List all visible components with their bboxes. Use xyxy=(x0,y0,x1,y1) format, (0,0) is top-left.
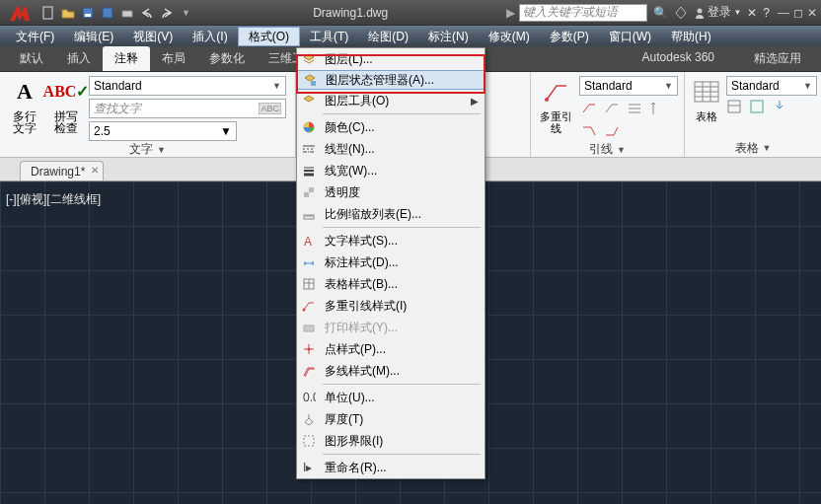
menu-separator xyxy=(323,113,481,114)
plot-icon[interactable] xyxy=(118,4,136,22)
menu-6[interactable]: 绘图(D) xyxy=(358,26,418,47)
menu-item-label: 图形界限(I) xyxy=(325,433,383,450)
saveas-icon[interactable] xyxy=(99,4,116,22)
search-icon[interactable]: 🔍 xyxy=(653,6,668,20)
search-input[interactable]: 键入关键字或短语 xyxy=(519,4,647,22)
table-extract-icon[interactable] xyxy=(749,99,769,118)
menu-item-pointstyle[interactable]: 点样式(P)... xyxy=(297,338,485,360)
menu-item-mleaderstyle[interactable]: 多重引线样式(I) xyxy=(297,295,485,317)
menu-item-units[interactable]: 0.0单位(U)... xyxy=(297,387,485,408)
menu-5[interactable]: 工具(T) xyxy=(300,26,358,47)
leader-remove-icon[interactable] xyxy=(602,99,622,118)
menu-separator xyxy=(323,384,481,385)
layertools-icon xyxy=(301,93,317,108)
ribbon-tab-1[interactable]: 插入 xyxy=(55,46,103,71)
menu-item-lineweight[interactable]: 线宽(W)... xyxy=(297,160,485,181)
text-style-combo[interactable]: Standard▼ xyxy=(89,76,286,96)
ribbon-tab-2[interactable]: 注释 xyxy=(103,46,150,71)
menu-3[interactable]: 插入(I) xyxy=(183,26,237,47)
menu-2[interactable]: 视图(V) xyxy=(123,26,183,47)
help-icon[interactable]: ? xyxy=(763,6,770,20)
menu-item-thickness[interactable]: 厚度(T) xyxy=(297,408,485,430)
menu-item-limits[interactable]: 图形界限(I) xyxy=(297,430,485,452)
window-title: Drawing1.dwg xyxy=(194,6,506,20)
linetype-icon xyxy=(301,141,317,157)
limits-icon xyxy=(301,433,317,449)
app-logo[interactable] xyxy=(4,1,36,25)
find-text-input[interactable]: 查找文字 ABC xyxy=(89,99,286,118)
open-icon[interactable] xyxy=(59,4,77,22)
menu-item-rename[interactable]: I▸重命名(R)... xyxy=(297,457,485,478)
ribbon-tab-0[interactable]: 默认 xyxy=(8,46,55,71)
save-icon[interactable] xyxy=(79,4,97,22)
menu-item-textstyle[interactable]: A文字样式(S)... xyxy=(297,230,485,252)
ribbon-tab-3[interactable]: 布局 xyxy=(150,46,197,71)
minimize-icon[interactable]: — xyxy=(778,6,789,20)
exchange2-icon[interactable]: ✕ xyxy=(747,6,757,20)
svg-rect-13 xyxy=(728,101,740,112)
menu-item-layertools[interactable]: 图层工具(O)▶ xyxy=(297,90,485,111)
menu-0[interactable]: 文件(F) xyxy=(6,26,64,47)
menu-7[interactable]: 标注(N) xyxy=(418,26,479,47)
menu-item-mlinestyle[interactable]: 多线样式(M)... xyxy=(297,360,485,382)
dimstyle-icon xyxy=(301,254,317,270)
panel-table-title[interactable]: 表格▼ xyxy=(691,139,815,157)
viewport-label[interactable]: [-][俯视][二维线框] xyxy=(6,191,101,208)
table-link-icon[interactable] xyxy=(726,99,746,118)
table-style-combo[interactable]: Standard▼ xyxy=(726,76,817,96)
menu-item-label: 图层工具(O) xyxy=(325,93,389,109)
menu-item-label: 透明度 xyxy=(325,184,360,201)
close-icon[interactable]: ✕ xyxy=(91,165,99,176)
table-icon xyxy=(691,76,722,108)
login-button[interactable]: 登录 ▼ xyxy=(694,4,741,21)
menu-8[interactable]: 修改(M) xyxy=(479,26,540,47)
redo-icon[interactable] xyxy=(158,4,176,22)
menu-9[interactable]: 参数(P) xyxy=(540,26,599,47)
menu-item-linetype[interactable]: 线型(N)... xyxy=(297,138,485,160)
maximize-icon[interactable]: ◻ xyxy=(793,6,803,20)
find-icon[interactable]: ABC xyxy=(259,103,281,114)
close-icon[interactable]: ✕ xyxy=(807,6,817,20)
mtext-button[interactable]: A 多行文字 xyxy=(6,76,43,134)
leader-edit-icon[interactable] xyxy=(579,121,599,141)
new-icon[interactable] xyxy=(39,4,57,22)
undo-icon[interactable] xyxy=(138,4,156,22)
svg-rect-26 xyxy=(309,192,314,197)
leader-add-icon[interactable] xyxy=(579,99,599,118)
file-tab[interactable]: Drawing1* ✕ xyxy=(20,161,104,180)
leader-style-combo[interactable]: Standard▼ xyxy=(579,76,678,96)
ribbon-tab-4[interactable]: 参数化 xyxy=(197,46,257,71)
panel-text-title[interactable]: 文字▼ xyxy=(6,141,289,158)
menu-11[interactable]: 帮助(H) xyxy=(661,26,721,47)
menu-10[interactable]: 窗口(W) xyxy=(599,26,661,47)
ribbon-tab-ext-0[interactable]: Autodesk 360 xyxy=(631,46,726,71)
menu-item-tablestyle[interactable]: 表格样式(B)... xyxy=(297,273,485,295)
menu-item-layerstate[interactable]: 图层状态管理器(A)... xyxy=(297,70,485,90)
menu-item-scale[interactable]: 比例缩放列表(E)... xyxy=(297,203,485,225)
menu-item-label: 多重引线样式(I) xyxy=(325,298,407,315)
spellcheck-button[interactable]: ABC✓ 拼写检查 xyxy=(47,76,85,134)
svg-rect-3 xyxy=(103,8,112,18)
menu-item-dimstyle[interactable]: 标注样式(D)... xyxy=(297,252,485,273)
panel-leader-title[interactable]: 引线▼ xyxy=(537,141,678,158)
mleaderstyle-icon xyxy=(301,298,317,314)
quick-access-toolbar: ▼ xyxy=(39,4,194,22)
svg-text:A: A xyxy=(304,235,312,248)
menu-item-transparency[interactable]: 透明度 xyxy=(297,181,485,203)
menu-4[interactable]: 格式(O) xyxy=(238,27,300,46)
menu-item-layers[interactable]: 图层(L)... xyxy=(297,48,485,70)
svg-rect-15 xyxy=(751,101,763,112)
menu-1[interactable]: 编辑(E) xyxy=(64,26,123,47)
leader-edit2-icon[interactable] xyxy=(602,121,622,141)
menu-item-color[interactable]: 颜色(C)... xyxy=(297,116,485,138)
table-button[interactable]: 表格 xyxy=(691,76,722,122)
exchange-icon[interactable] xyxy=(674,6,688,20)
text-height-combo[interactable]: 2.5▼ xyxy=(89,121,237,141)
menu-item-label: 比例缩放列表(E)... xyxy=(325,206,421,223)
leader-collect-icon[interactable] xyxy=(647,99,667,118)
leader-align-icon[interactable] xyxy=(625,99,644,118)
ribbon-tab-ext-1[interactable]: 精选应用 xyxy=(742,46,813,71)
transparency-icon xyxy=(301,184,317,200)
mleader-button[interactable]: 多重引线 xyxy=(537,76,575,134)
table-download-icon[interactable] xyxy=(772,99,791,118)
